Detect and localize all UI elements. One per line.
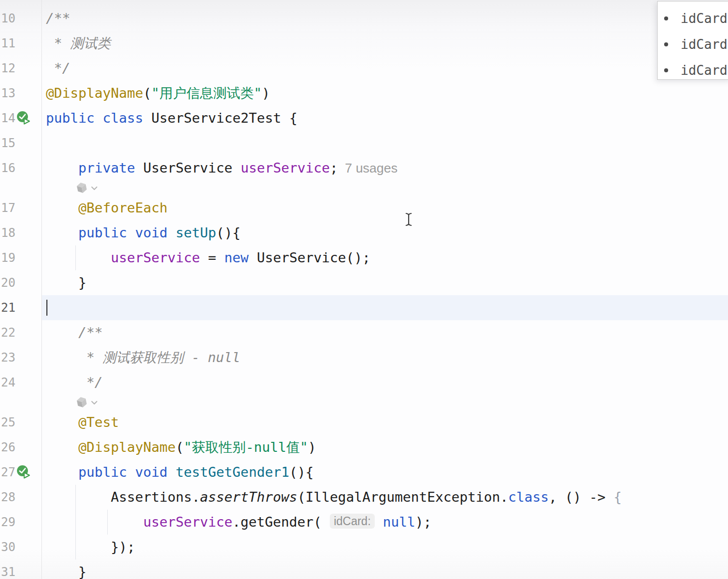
line-number[interactable]: 31 — [0, 560, 15, 579]
code-token: userService — [111, 250, 200, 265]
doc-popup-item[interactable]: idCard — [658, 57, 728, 83]
code-line[interactable]: 12 */ — [0, 56, 728, 81]
line-number[interactable]: 29 — [0, 510, 15, 535]
code-line[interactable]: 14 public class UserService2Test { — [0, 106, 728, 131]
bullet-icon — [664, 42, 668, 46]
line-number[interactable]: 17 — [0, 195, 15, 220]
code-token: private — [78, 160, 135, 176]
code-line[interactable]: 10/** — [0, 6, 728, 31]
line-number[interactable]: 27 — [0, 460, 15, 485]
line-number[interactable]: 11 — [0, 31, 15, 56]
test-passed-run-icon[interactable] — [16, 465, 31, 480]
code-line[interactable]: 29userService.getGender( idCard: null); — [0, 510, 728, 535]
ai-assistant-icon[interactable] — [75, 396, 88, 409]
code-token: assertThrows — [200, 489, 297, 505]
usages-inlay-hint[interactable]: 7 usages — [345, 161, 398, 176]
code-token: @DisplayName — [78, 439, 176, 455]
line-number[interactable]: 30 — [0, 535, 15, 560]
code-token: setUp — [176, 225, 216, 240]
doc-popup-item[interactable]: idCard — [658, 31, 728, 57]
line-number[interactable]: 24 — [0, 370, 15, 395]
line-number[interactable]: 25 — [0, 410, 15, 435]
doc-popup-item-label: idCard — [681, 37, 728, 52]
editor[interactable]: 10/**11 * 测试类12 */13@DisplayName("用户信息测试… — [0, 0, 728, 579]
code-token: ) — [308, 439, 316, 455]
code-token: /** — [78, 325, 103, 340]
code-token: UserService2Test { — [151, 110, 297, 126]
code-text: * 测试类 — [46, 31, 111, 56]
code-token: ( — [176, 439, 184, 455]
code-line[interactable]: 31} — [0, 560, 728, 579]
code-token: @Test — [78, 414, 119, 430]
code-line[interactable]: 11 * 测试类 — [0, 31, 728, 56]
code-token: */ — [46, 60, 70, 76]
code-token: public class — [46, 110, 151, 126]
code-token: ) — [262, 85, 270, 101]
line-number[interactable]: 13 — [0, 81, 15, 106]
bullet-icon — [664, 16, 668, 20]
code-line[interactable]: 23 * 测试获取性别 - null — [0, 345, 728, 370]
doc-popup-item[interactable]: idCard — [658, 5, 728, 31]
code-token: @DisplayName — [46, 85, 143, 101]
doc-popup-item-label: idCard — [681, 63, 728, 78]
code-text: @Test — [78, 410, 119, 435]
code-token: @BeforeEach — [78, 200, 168, 215]
code-token: Assertions. — [111, 489, 200, 505]
doc-popup: idCard idCard idCard — [657, 1, 728, 80]
code-text: Assertions.assertThrows(IllegalArgumentE… — [111, 485, 622, 510]
code-line[interactable]: 25@Test — [0, 410, 728, 435]
line-number[interactable]: 22 — [0, 320, 15, 345]
code-line[interactable]: 16private UserService userService;7 usag… — [0, 156, 728, 181]
code-line[interactable]: 15 — [0, 131, 728, 156]
code-line[interactable]: 18public void setUp(){ — [0, 220, 728, 245]
inlay-hint-row[interactable] — [0, 395, 728, 410]
line-number[interactable]: 15 — [0, 131, 15, 156]
line-number[interactable]: 19 — [0, 245, 15, 270]
line-number[interactable]: 14 — [0, 106, 15, 131]
code-line[interactable]: 20} — [0, 270, 728, 295]
code-line[interactable]: 17@BeforeEach — [0, 195, 728, 220]
code-line[interactable]: 30}); — [0, 535, 728, 560]
text-caret — [46, 300, 47, 316]
chevron-down-icon[interactable] — [91, 186, 98, 191]
code-text: @BeforeEach — [78, 195, 168, 220]
code-text: userService = new UserService(); — [111, 245, 370, 270]
line-number[interactable]: 12 — [0, 56, 15, 81]
line-number[interactable]: 18 — [0, 220, 15, 245]
code-line[interactable]: 21 — [0, 295, 728, 320]
code-line[interactable]: 13@DisplayName("用户信息测试类") — [0, 81, 728, 106]
param-name-hint[interactable]: idCard: — [330, 514, 375, 529]
line-number[interactable]: 16 — [0, 156, 15, 181]
code-token: ; — [330, 160, 338, 176]
code-line[interactable]: 22/** — [0, 320, 728, 345]
line-number[interactable]: 20 — [0, 270, 15, 295]
code-text: }); — [111, 535, 135, 560]
code-line[interactable]: 19userService = new UserService(); — [0, 245, 728, 270]
inlay-hint-row[interactable] — [0, 181, 728, 195]
test-passed-run-icon[interactable] — [16, 111, 31, 126]
code-token: ); — [415, 514, 432, 530]
code-text: userService.getGender( idCard: null); — [143, 510, 432, 535]
line-number[interactable]: 23 — [0, 345, 15, 370]
code-token: testGetGender1 — [176, 464, 289, 480]
code-text: } — [78, 560, 86, 579]
indent-guide — [107, 510, 108, 535]
line-number[interactable]: 10 — [0, 6, 15, 31]
line-number[interactable]: 28 — [0, 485, 15, 510]
bullet-icon — [664, 68, 668, 72]
code-line[interactable]: 27 public void testGetGender1(){ — [0, 460, 728, 485]
ai-assistant-icon[interactable] — [75, 182, 88, 194]
line-number[interactable]: 21 — [0, 295, 15, 320]
code-line[interactable]: 28Assertions.assertThrows(IllegalArgumen… — [0, 485, 728, 510]
code-token: userService — [241, 160, 330, 176]
code-token: UserService — [135, 160, 241, 176]
code-token: null — [375, 514, 415, 530]
code-text: @DisplayName("用户信息测试类") — [46, 81, 270, 106]
chevron-down-icon[interactable] — [91, 400, 98, 405]
code-token: new — [225, 250, 249, 265]
code-line[interactable]: 24 */ — [0, 370, 728, 395]
code-line[interactable]: 26@DisplayName("获取性别-null值") — [0, 435, 728, 460]
code-token: /** — [46, 10, 70, 26]
line-number[interactable]: 26 — [0, 435, 15, 460]
code-token: * 测试获取性别 - null — [78, 350, 241, 365]
